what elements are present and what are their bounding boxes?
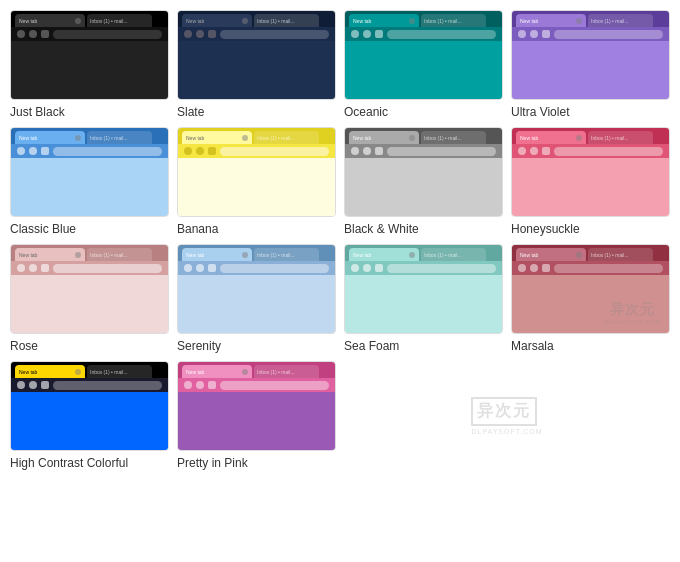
theme-item-high-contrast[interactable]: New tab Inbox (1) • mail... High Contras… <box>10 361 169 470</box>
theme-item-banana[interactable]: New tab Inbox (1) • mail... Banana <box>177 127 336 236</box>
theme-item-pretty-pink[interactable]: New tab Inbox (1) • mail... Pretty in Pi… <box>177 361 336 470</box>
theme-label-marsala: Marsala <box>511 339 670 353</box>
themes-grid: New tab Inbox (1) • mail... Just Black N… <box>10 10 670 470</box>
theme-preview-slate[interactable]: New tab Inbox (1) • mail... <box>177 10 336 100</box>
theme-preview-serenity[interactable]: New tab Inbox (1) • mail... <box>177 244 336 334</box>
theme-preview-honeysuckle[interactable]: New tab Inbox (1) • mail... <box>511 127 670 217</box>
theme-preview-sea-foam[interactable]: New tab Inbox (1) • mail... <box>344 244 503 334</box>
theme-item-serenity[interactable]: New tab Inbox (1) • mail... Serenity <box>177 244 336 353</box>
theme-label-honeysuckle: Honeysuckle <box>511 222 670 236</box>
theme-preview-rose[interactable]: New tab Inbox (1) • mail... <box>10 244 169 334</box>
theme-item-sea-foam[interactable]: New tab Inbox (1) • mail... Sea Foam <box>344 244 503 353</box>
theme-preview-marsala[interactable]: New tab Inbox (1) • mail... 异次元DLPAYSOFT… <box>511 244 670 334</box>
theme-item-marsala[interactable]: New tab Inbox (1) • mail... 异次元DLPAYSOFT… <box>511 244 670 353</box>
theme-label-pretty-pink: Pretty in Pink <box>177 456 336 470</box>
theme-label-classic-blue: Classic Blue <box>10 222 169 236</box>
theme-label-oceanic: Oceanic <box>344 105 503 119</box>
theme-item-classic-blue[interactable]: New tab Inbox (1) • mail... Classic Blue <box>10 127 169 236</box>
theme-preview-classic-blue[interactable]: New tab Inbox (1) • mail... <box>10 127 169 217</box>
theme-label-ultra-violet: Ultra Violet <box>511 105 670 119</box>
theme-label-banana: Banana <box>177 222 336 236</box>
theme-label-just-black: Just Black <box>10 105 169 119</box>
theme-item-honeysuckle[interactable]: New tab Inbox (1) • mail... Honeysuckle <box>511 127 670 236</box>
theme-item-rose[interactable]: New tab Inbox (1) • mail... Rose <box>10 244 169 353</box>
theme-preview-black-white[interactable]: New tab Inbox (1) • mail... <box>344 127 503 217</box>
theme-item-oceanic[interactable]: New tab Inbox (1) • mail... Oceanic <box>344 10 503 119</box>
theme-preview-high-contrast[interactable]: New tab Inbox (1) • mail... <box>10 361 169 451</box>
theme-item-slate[interactable]: New tab Inbox (1) • mail... Slate <box>177 10 336 119</box>
theme-label-sea-foam: Sea Foam <box>344 339 503 353</box>
theme-item-ultra-violet[interactable]: New tab Inbox (1) • mail... Ultra Violet <box>511 10 670 119</box>
theme-preview-banana[interactable]: New tab Inbox (1) • mail... <box>177 127 336 217</box>
theme-preview-oceanic[interactable]: New tab Inbox (1) • mail... <box>344 10 503 100</box>
theme-preview-just-black[interactable]: New tab Inbox (1) • mail... <box>10 10 169 100</box>
theme-preview-ultra-violet[interactable]: New tab Inbox (1) • mail... <box>511 10 670 100</box>
theme-item-black-white[interactable]: New tab Inbox (1) • mail... Black & Whit… <box>344 127 503 236</box>
theme-label-serenity: Serenity <box>177 339 336 353</box>
theme-item-just-black[interactable]: New tab Inbox (1) • mail... Just Black <box>10 10 169 119</box>
theme-label-slate: Slate <box>177 105 336 119</box>
theme-preview-pretty-pink[interactable]: New tab Inbox (1) • mail... <box>177 361 336 451</box>
theme-label-black-white: Black & White <box>344 222 503 236</box>
theme-label-rose: Rose <box>10 339 169 353</box>
theme-label-high-contrast: High Contrast Colorful <box>10 456 169 470</box>
